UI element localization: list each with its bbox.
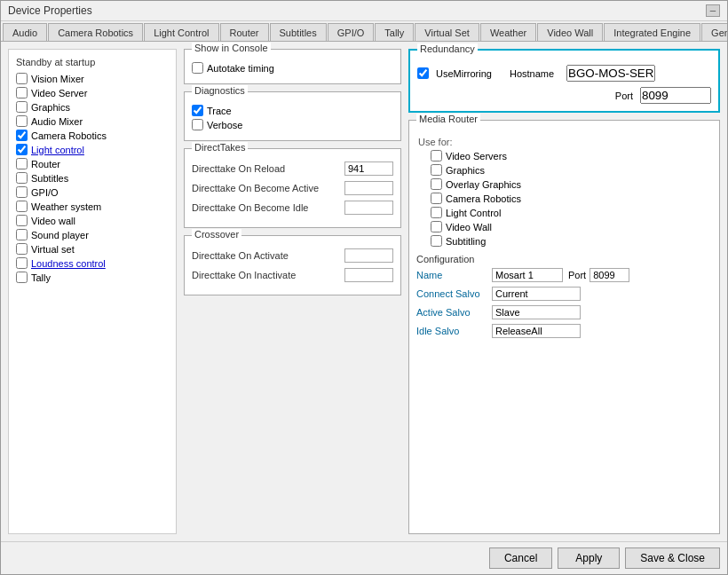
mr-graphics[interactable]: Graphics (431, 164, 712, 176)
content-area: Standby at startup Vision Mixer Video Se… (1, 42, 727, 541)
standby-check-camera-robotics[interactable] (16, 130, 28, 141)
standby-check-video-wall[interactable] (16, 215, 28, 226)
standby-item-router[interactable]: Router (16, 158, 169, 169)
standby-check-weather[interactable] (16, 201, 28, 212)
bottom-bar: Cancel Apply Save & Close (1, 541, 727, 574)
on-reload-input[interactable] (344, 161, 393, 176)
tab-tally[interactable]: Tally (375, 23, 414, 42)
tab-subtitles[interactable]: Subtitles (270, 23, 327, 42)
mr-video-wall-check[interactable] (431, 221, 442, 232)
verbose-check[interactable] (192, 119, 203, 130)
standby-check-subtitles[interactable] (16, 172, 28, 184)
mr-light-control-check[interactable] (431, 207, 442, 218)
standby-check-loudness-control[interactable] (16, 257, 28, 269)
mr-overlay-graphics-label: Overlay Graphics (446, 179, 521, 190)
config-name-row: Name Port (416, 268, 712, 282)
mr-graphics-label: Graphics (446, 165, 485, 176)
use-mirroring-check[interactable] (417, 67, 429, 79)
minimize-button[interactable]: ─ (706, 4, 720, 17)
autotake-timing-item[interactable]: Autotake timing (192, 62, 393, 74)
standby-item-virtual-set[interactable]: Virtual set (16, 243, 169, 255)
standby-item-video-server[interactable]: Video Server (16, 87, 169, 98)
mr-subtitling[interactable]: Subtitling (431, 235, 712, 247)
standby-item-vision-mixer[interactable]: Vision Mixer (16, 73, 169, 84)
mr-video-wall[interactable]: Video Wall (431, 221, 712, 232)
main-panels: Standby at startup Vision Mixer Video Se… (8, 49, 720, 534)
mr-camera-robotics-check[interactable] (431, 193, 442, 204)
configuration-title: Configuration (416, 254, 712, 264)
config-connect-salvo-input[interactable] (492, 287, 581, 301)
standby-check-vision-mixer[interactable] (16, 73, 28, 84)
verbose-label: Verbose (207, 120, 242, 130)
on-become-idle-input[interactable] (344, 201, 393, 215)
diagnostics-group: Diagnostics Trace Verbose (184, 91, 401, 141)
standby-label-loudness-control: Loudness control (31, 258, 106, 269)
tab-camera-robotics[interactable]: Camera Robotics (48, 23, 143, 42)
standby-check-virtual-set[interactable] (16, 243, 28, 255)
standby-item-tally[interactable]: Tally (16, 272, 169, 283)
config-name-label: Name (416, 270, 492, 280)
crossover-title: Crossover (192, 229, 241, 240)
tab-gpi-o[interactable]: GPI/O (328, 23, 375, 42)
hostname-input[interactable] (566, 65, 655, 82)
apply-button[interactable]: Apply (558, 547, 620, 569)
standby-check-light-control[interactable] (16, 144, 28, 155)
config-active-salvo-input[interactable] (492, 305, 581, 319)
standby-check-video-server[interactable] (16, 87, 28, 98)
mr-light-control[interactable]: Light Control (431, 207, 712, 218)
standby-item-audio-mixer[interactable]: Audio Mixer (16, 115, 169, 127)
standby-check-gpi-o[interactable] (16, 186, 28, 198)
trace-check[interactable] (192, 105, 203, 116)
mr-graphics-check[interactable] (431, 164, 442, 176)
standby-item-camera-robotics[interactable]: Camera Robotics (16, 130, 169, 141)
on-activate-label: Directtake On Activate (192, 250, 344, 261)
save-close-button[interactable]: Save & Close (625, 547, 720, 569)
autotake-timing-check[interactable] (192, 62, 203, 74)
standby-label-virtual-set: Virtual set (31, 244, 75, 255)
tab-virtual-set[interactable]: Virtual Set (415, 23, 479, 42)
standby-item-light-control[interactable]: Light control (16, 144, 169, 155)
redundancy-title: Redundancy (417, 43, 478, 54)
on-activate-input[interactable] (344, 248, 393, 263)
standby-check-sound-player[interactable] (16, 229, 28, 240)
standby-check-router[interactable] (16, 158, 28, 169)
standby-item-gpi-o[interactable]: GPI/O (16, 186, 169, 198)
standby-item-video-wall[interactable]: Video wall (16, 215, 169, 226)
mr-subtitling-check[interactable] (431, 235, 442, 247)
config-idle-salvo-input[interactable] (492, 324, 581, 338)
standby-label-vision-mixer: Vision Mixer (31, 74, 84, 84)
on-inactivate-input[interactable] (344, 268, 393, 282)
verbose-item[interactable]: Verbose (192, 119, 393, 130)
media-router-title: Media Router (416, 114, 480, 124)
tab-video-wall[interactable]: Video Wall (537, 23, 603, 42)
standby-item-loudness-control[interactable]: Loudness control (16, 257, 169, 269)
mr-video-servers-check[interactable] (431, 150, 442, 161)
standby-check-tally[interactable] (16, 272, 28, 283)
mr-overlay-graphics-check[interactable] (431, 178, 442, 190)
standby-label-router: Router (31, 159, 60, 169)
use-for-label: Use for: (416, 137, 712, 147)
mr-camera-robotics[interactable]: Camera Robotics (431, 193, 712, 204)
standby-check-graphics[interactable] (16, 101, 28, 113)
tab-audio[interactable]: Audio (3, 23, 47, 42)
config-name-input[interactable] (492, 268, 563, 282)
tab-genlock[interactable]: Genlock (701, 23, 727, 42)
tab-weather[interactable]: Weather (480, 23, 536, 42)
tab-integrated-engine[interactable]: Integrated Engine (604, 23, 700, 42)
standby-item-sound-player[interactable]: Sound player (16, 229, 169, 240)
diagnostics-title: Diagnostics (192, 85, 248, 96)
on-become-active-input[interactable] (344, 181, 393, 195)
cancel-button[interactable]: Cancel (489, 547, 552, 569)
port-input[interactable] (640, 87, 711, 104)
mr-video-servers[interactable]: Video Servers (431, 150, 712, 161)
standby-check-audio-mixer[interactable] (16, 115, 28, 127)
mr-overlay-graphics[interactable]: Overlay Graphics (431, 178, 712, 190)
title-bar-buttons: ─ (706, 4, 720, 17)
standby-item-graphics[interactable]: Graphics (16, 101, 169, 113)
standby-item-weather[interactable]: Weather system (16, 201, 169, 212)
tab-light-control[interactable]: Light Control (144, 23, 218, 42)
config-port-input[interactable] (590, 268, 629, 282)
trace-item[interactable]: Trace (192, 105, 393, 116)
tab-router[interactable]: Router (220, 23, 269, 42)
standby-item-subtitles[interactable]: Subtitles (16, 172, 169, 184)
